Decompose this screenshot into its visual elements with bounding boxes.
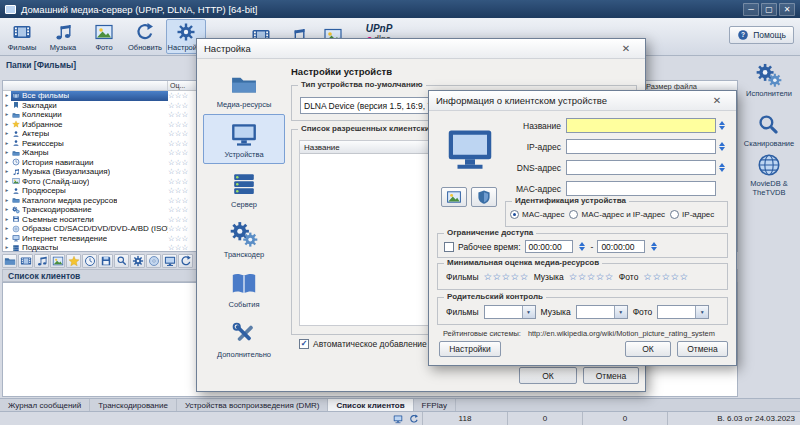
save-button[interactable] — [98, 254, 113, 268]
tree-item-bookmarks[interactable]: ▸ Закладки ☆☆☆ — [3, 101, 196, 111]
nav-devices[interactable]: Устройства — [203, 114, 285, 164]
parental-films-combobox[interactable]: ▼ — [484, 305, 536, 319]
expander-icon[interactable]: ▸ — [3, 243, 11, 253]
tab-transcoding[interactable]: Транскодирование — [90, 399, 177, 411]
expander-icon[interactable]: ▸ — [3, 110, 11, 120]
client-settings-button[interactable]: Настройки — [439, 341, 501, 357]
rating-photo-stars[interactable]: ☆☆☆☆☆ — [643, 271, 688, 282]
radio-ip[interactable]: IP-адрес — [670, 210, 714, 219]
name-input[interactable] — [566, 118, 716, 133]
music-button[interactable]: Музыка — [43, 19, 83, 54]
tree-item-internet-tv[interactable]: ▸ Интернет телевидение ☆☆☆ — [3, 234, 196, 244]
tree-item-rating[interactable]: ☆☆☆ — [168, 224, 196, 234]
help-button[interactable]: Помощь — [729, 26, 794, 44]
ip-spinner[interactable] — [717, 139, 727, 154]
close-icon[interactable]: ✕ — [614, 40, 638, 57]
tab-ffplay[interactable]: FFPlay — [414, 399, 456, 411]
settings-button[interactable] — [130, 254, 145, 268]
rating-films-stars[interactable]: ☆☆☆☆☆ — [484, 271, 529, 282]
expander-icon[interactable]: ▸ — [3, 224, 11, 234]
nav-events[interactable]: События — [203, 264, 285, 314]
expander-icon[interactable]: ▸ — [3, 148, 11, 158]
minimize-button[interactable]: ─ — [743, 3, 759, 16]
tree-item-directors[interactable]: ▸ Режиссеры ☆☆☆ — [3, 139, 196, 149]
parental-music-combobox[interactable]: ▼ — [576, 305, 628, 319]
music-button[interactable] — [34, 254, 49, 268]
tree-item-all-films[interactable]: ▸ Все фильмы ☆☆☆ — [3, 91, 196, 101]
film-button[interactable] — [18, 254, 33, 268]
disc-button[interactable] — [146, 254, 161, 268]
mac-input[interactable] — [566, 181, 716, 196]
tree-item-rating[interactable]: ☆☆☆ — [168, 234, 196, 244]
tree-item-rating[interactable]: ☆☆☆ — [168, 215, 196, 225]
tree-item-rating[interactable]: ☆☆☆ — [168, 167, 196, 177]
expander-icon[interactable]: ▸ — [3, 167, 11, 177]
tree-item-rating[interactable]: ☆☆☆ — [168, 243, 196, 253]
client-cancel-button[interactable]: Отмена — [677, 341, 728, 357]
nav-transcoder[interactable]: Транскодер — [203, 214, 285, 264]
tree-item-collections[interactable]: ▸ Коллекции ☆☆☆ — [3, 110, 196, 120]
tree-item-media-catalogs[interactable]: ▸ Каталоги медиа ресурсов ☆☆☆ — [3, 196, 196, 206]
tree-item-rating[interactable]: ☆☆☆ — [168, 120, 196, 130]
favorites-button[interactable] — [66, 254, 81, 268]
photo-button[interactable] — [50, 254, 65, 268]
tree-item-music-visualization[interactable]: ▸ Музыка (Визуализация) ☆☆☆ — [3, 167, 196, 177]
tree-item-rating[interactable]: ☆☆☆ — [168, 205, 196, 215]
expander-icon[interactable]: ▸ — [3, 129, 11, 139]
tree-item-rating[interactable]: ☆☆☆ — [168, 129, 196, 139]
tree-item-favorites[interactable]: ▸ Избранное ☆☆☆ — [3, 120, 196, 130]
tree-item-rating[interactable]: ☆☆☆ — [168, 148, 196, 158]
devices-button[interactable] — [162, 254, 177, 268]
tree-item-rating[interactable]: ☆☆☆ — [168, 101, 196, 111]
tree-item-podcasts[interactable]: ▸ Подкасты ☆☆☆ — [3, 243, 196, 253]
tab-playback-devices[interactable]: Устройства воспроизведения (DMR) — [177, 399, 329, 411]
ip-input[interactable] — [566, 139, 716, 154]
refresh-button[interactable]: Обновить — [125, 19, 165, 54]
folder-button[interactable] — [2, 254, 17, 268]
tree-item-navigation-history[interactable]: ▸ История навигации ☆☆☆ — [3, 158, 196, 168]
settings-cancel-button[interactable]: Отмена — [583, 367, 639, 384]
status-refresh-icon[interactable] — [406, 413, 422, 425]
moviedb-panel-button[interactable]: MovieDB & TheTVDB — [740, 152, 798, 197]
performers-panel-button[interactable]: Исполнители — [740, 62, 798, 99]
tree-item-rating[interactable]: ☆☆☆ — [168, 196, 196, 206]
work-time-checkbox[interactable] — [444, 242, 454, 252]
device-shield-button[interactable] — [471, 187, 497, 207]
refresh-button[interactable] — [178, 254, 193, 268]
device-image-button[interactable] — [441, 187, 467, 207]
tab-clients-list[interactable]: Список клиентов — [328, 399, 413, 411]
tree-item-rating[interactable]: ☆☆☆ — [168, 177, 196, 187]
time-from-input[interactable]: 00:00:00 — [525, 240, 573, 253]
rating-music-stars[interactable]: ☆☆☆☆☆ — [569, 271, 614, 282]
auto-add-checkbox[interactable]: ✓ — [299, 339, 309, 349]
time-from-spinner[interactable] — [577, 240, 587, 253]
dns-spinner[interactable] — [717, 160, 727, 175]
tab-message-log[interactable]: Журнал сообщений — [0, 399, 90, 411]
expander-icon[interactable]: ▸ — [3, 205, 11, 215]
tree-item-genres[interactable]: ▸ Жанры ☆☆☆ — [3, 148, 196, 158]
expander-icon[interactable]: ▸ — [3, 139, 11, 149]
chevron-down-icon[interactable]: ▼ — [695, 306, 708, 318]
expander-icon[interactable]: ▸ — [3, 196, 11, 206]
photo-button[interactable]: Фото — [84, 19, 124, 54]
tree-item-photo-slideshow[interactable]: ▸ Фото (Слайд-шоу) ☆☆☆ — [3, 177, 196, 187]
chevron-down-icon[interactable]: ▼ — [522, 306, 535, 318]
tree-item-removable-media[interactable]: ▸ Съемные носители ☆☆☆ — [3, 215, 196, 225]
expander-icon[interactable]: ▸ — [3, 158, 11, 168]
expander-icon[interactable]: ▸ — [3, 177, 11, 187]
parental-photo-combobox[interactable]: ▼ — [657, 305, 709, 319]
tree-rating-column[interactable]: Оц... — [168, 81, 196, 90]
client-ok-button[interactable]: ОК — [625, 341, 671, 357]
radio-mac[interactable]: MAC-адрес — [510, 210, 564, 219]
tree-item-rating[interactable]: ☆☆☆ — [168, 110, 196, 120]
tree-item-rating[interactable]: ☆☆☆ — [168, 186, 196, 196]
expander-icon[interactable]: ▸ — [3, 91, 11, 101]
radio-mac-ip[interactable]: MAC-адрес и IP-адрес — [569, 210, 665, 219]
tree-item-rating[interactable]: ☆☆☆ — [168, 91, 196, 101]
tree-name-column[interactable] — [3, 81, 168, 90]
expander-icon[interactable]: ▸ — [3, 234, 11, 244]
films-button[interactable]: Фильмы — [2, 19, 42, 54]
nav-server[interactable]: Сервер — [203, 164, 285, 214]
tree-item-producers[interactable]: ▸ Продюсеры ☆☆☆ — [3, 186, 196, 196]
close-button[interactable]: ✕ — [779, 3, 795, 16]
